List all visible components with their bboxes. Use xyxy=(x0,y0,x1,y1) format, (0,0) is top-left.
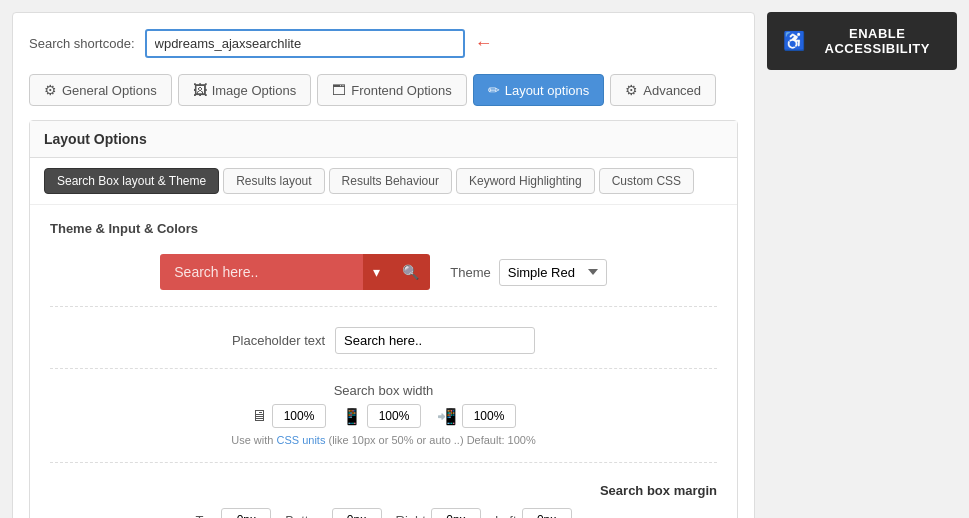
placeholder-text-row: Placeholder text xyxy=(50,327,717,369)
layout-icon: ✏ xyxy=(488,82,500,98)
right-margin-label: Right xyxy=(396,513,426,519)
theme-select[interactable]: Simple Red Simple Blue Dark Light xyxy=(499,259,607,286)
accessibility-icon: ♿ xyxy=(783,30,806,52)
top-margin-group: Top xyxy=(195,508,271,518)
bottom-margin-label: Bottom xyxy=(285,513,326,519)
subtab-search-box-layout-label: Search Box layout & Theme xyxy=(57,174,206,188)
arrow-indicator: ← xyxy=(475,33,493,54)
margin-title: Search box margin xyxy=(50,483,717,498)
frontend-icon: 🗔 xyxy=(332,82,346,98)
subtab-custom-css[interactable]: Custom CSS xyxy=(599,168,694,194)
subtab-keyword-highlighting[interactable]: Keyword Highlighting xyxy=(456,168,595,194)
theme-label: Theme xyxy=(450,265,490,280)
tab-frontend[interactable]: 🗔 Frontend Options xyxy=(317,74,466,106)
placeholder-text-label: Placeholder text xyxy=(232,333,325,348)
search-preview-input[interactable] xyxy=(160,254,363,290)
tab-image[interactable]: 🖼 Image Options xyxy=(178,74,312,106)
desktop-width-input[interactable] xyxy=(272,404,326,428)
theme-row: ▾ 🔍 Theme Simple Red Simple Blue Dark Li… xyxy=(50,254,717,307)
width-hint: Use with CSS units (like 10px or 50% or … xyxy=(50,434,717,463)
subtab-custom-css-label: Custom CSS xyxy=(612,174,681,188)
tab-layout-label: Layout options xyxy=(505,83,590,98)
margin-row: Top Bottom Right Left xyxy=(50,508,717,518)
top-tabs: ⚙ General Options 🖼 Image Options 🗔 Fron… xyxy=(29,74,738,106)
left-margin-label: Left xyxy=(495,513,517,519)
top-margin-input[interactable] xyxy=(221,508,271,518)
gear-icon: ⚙ xyxy=(44,82,57,98)
left-margin-input[interactable] xyxy=(522,508,572,518)
tab-frontend-label: Frontend Options xyxy=(351,83,451,98)
tab-advanced[interactable]: ⚙ Advanced xyxy=(610,74,716,106)
panel-content: Theme & Input & Colors ▾ 🔍 Theme Simple … xyxy=(30,205,737,518)
mobile-width-group: 📲 xyxy=(437,404,516,428)
layout-panel-title: Layout Options xyxy=(44,131,147,147)
subtab-results-layout-label: Results layout xyxy=(236,174,311,188)
enable-accessibility-button[interactable]: ♿ ENABLE ACCESSIBILITY xyxy=(767,12,957,70)
search-box-width-label: Search box width xyxy=(334,383,434,398)
width-row: 🖥 📱 📲 xyxy=(50,404,717,428)
bottom-margin-group: Bottom xyxy=(285,508,381,518)
right-margin-group: Right xyxy=(396,508,481,518)
desktop-icon: 🖥 xyxy=(251,407,267,425)
advanced-icon: ⚙ xyxy=(625,82,638,98)
theme-selector: Theme Simple Red Simple Blue Dark Light xyxy=(450,259,606,286)
image-icon: 🖼 xyxy=(193,82,207,98)
css-units-link[interactable]: CSS units xyxy=(276,434,325,446)
subtab-search-box-layout[interactable]: Search Box layout & Theme xyxy=(44,168,219,194)
search-preview-search-button[interactable]: 🔍 xyxy=(390,254,430,290)
sidebar: ♿ ENABLE ACCESSIBILITY xyxy=(767,12,957,518)
top-margin-label: Top xyxy=(195,513,216,519)
search-preview-dropdown-button[interactable]: ▾ xyxy=(363,254,390,290)
subtab-results-behaviour-label: Results Behaviour xyxy=(342,174,439,188)
section-title: Theme & Input & Colors xyxy=(50,221,717,236)
bottom-margin-input[interactable] xyxy=(332,508,382,518)
accessibility-button-label: ENABLE ACCESSIBILITY xyxy=(814,26,942,56)
tab-image-label: Image Options xyxy=(212,83,297,98)
right-margin-input[interactable] xyxy=(431,508,481,518)
left-margin-group: Left xyxy=(495,508,572,518)
tab-general[interactable]: ⚙ General Options xyxy=(29,74,172,106)
layout-panel-header: Layout Options xyxy=(30,121,737,158)
search-box-width-label-row: Search box width xyxy=(50,383,717,398)
search-preview: ▾ 🔍 xyxy=(160,254,430,290)
desktop-width-group: 🖥 xyxy=(251,404,326,428)
subtab-results-behaviour[interactable]: Results Behaviour xyxy=(329,168,452,194)
tablet-width-input[interactable] xyxy=(367,404,421,428)
subtab-results-layout[interactable]: Results layout xyxy=(223,168,324,194)
subtab-keyword-highlighting-label: Keyword Highlighting xyxy=(469,174,582,188)
sub-tabs: Search Box layout & Theme Results layout… xyxy=(30,158,737,205)
layout-panel: Layout Options Search Box layout & Theme… xyxy=(29,120,738,518)
shortcode-input[interactable] xyxy=(145,29,465,58)
tablet-icon: 📱 xyxy=(342,407,362,426)
mobile-icon: 📲 xyxy=(437,407,457,426)
mobile-width-input[interactable] xyxy=(462,404,516,428)
margin-section: Search box margin Top Bottom Right xyxy=(50,479,717,518)
tab-advanced-label: Advanced xyxy=(643,83,701,98)
tab-layout[interactable]: ✏ Layout options xyxy=(473,74,605,106)
shortcode-label: Search shortcode: xyxy=(29,36,135,51)
tab-general-label: General Options xyxy=(62,83,157,98)
tablet-width-group: 📱 xyxy=(342,404,421,428)
placeholder-text-input[interactable] xyxy=(335,327,535,354)
